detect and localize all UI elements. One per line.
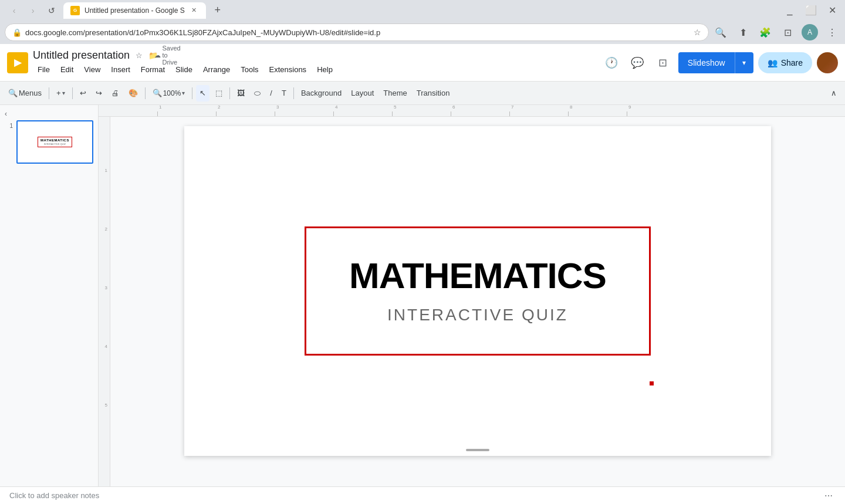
line-tool-button[interactable]: / [266, 85, 276, 102]
slide-item-1[interactable]: 1 MATHEMATICS INTERACTIVE QUIZ [5, 120, 93, 164]
slide-main-title: MATHEMATICS [349, 258, 606, 294]
frame-select-button[interactable]: ⬚ [212, 85, 226, 102]
search-icon-small: 🔍 [8, 89, 18, 97]
slide-thumb-title: MATHEMATICS [40, 138, 69, 142]
menus-button[interactable]: 🔍 Menus [5, 85, 45, 102]
slide-content-box[interactable]: MATHEMATICS INTERACTIVE QUIZ [305, 226, 651, 356]
text-box-button[interactable]: T [278, 85, 290, 102]
zoom-control[interactable]: 🔍 100% ▾ [149, 85, 189, 102]
menu-insert[interactable]: Insert [106, 63, 135, 76]
app-title-row: Untitled presentation ☆ 📁 ☁ Saved to Dri… [33, 49, 337, 62]
toolbar: 🔍 Menus + ▾ ↩ ↪ 🖨 🎨 🔍 100% ▾ ↖ ⬚ 🖼 ⬭ / T… [0, 82, 845, 105]
redo-button[interactable]: ↪ [92, 85, 106, 102]
canvas-area[interactable]: 1 2 3 4 5 6 7 8 9 1 2 3 4 5 [99, 105, 845, 486]
extensions-icon[interactable]: 🧩 [757, 24, 773, 40]
slides-panel: ‹ 1 MATHEMATICS INTERACTIVE QUIZ [0, 105, 99, 486]
app-title-icons: ☆ 📁 ☁ Saved to Drive [133, 49, 173, 61]
menu-tools[interactable]: Tools [236, 63, 263, 76]
background-button[interactable]: Background [298, 85, 345, 102]
toolbar-separator-1 [49, 87, 49, 99]
toolbar-separator-3 [145, 87, 146, 99]
layout-button[interactable]: Layout [347, 85, 377, 102]
back-button[interactable]: ‹ [6, 2, 22, 19]
tab-title: Untitled presentation - Google S [84, 6, 185, 15]
slideshow-dropdown-button[interactable]: ▾ [735, 52, 753, 73]
scroll-indicator [466, 449, 489, 451]
browser-chrome: ‹ › ↺ G Untitled presentation - Google S… [0, 0, 845, 21]
collapse-panel-button[interactable]: ‹ [5, 110, 93, 118]
address-bar[interactable]: 🔒 docs.google.com/presentation/d/1oPmx3O… [5, 23, 709, 41]
url-text: docs.google.com/presentation/d/1oPmx3O6K… [25, 28, 380, 37]
notes-placeholder[interactable]: Click to add speaker notes [9, 491, 99, 500]
menu-file[interactable]: File [33, 63, 55, 76]
saved-to-drive-status: ☁ Saved to Drive [161, 49, 173, 61]
slide-thumb-content: MATHEMATICS INTERACTIVE QUIZ [38, 137, 72, 147]
collapse-toolbar-button[interactable]: ∧ [827, 85, 840, 102]
minimize-button[interactable]: ⎯ [782, 2, 798, 19]
browser-menu-button[interactable]: ⋮ [824, 24, 840, 40]
canvas-scroll-area[interactable]: 1 2 3 4 5 MATHEMATICS INTERACTIVE QUIZ [163, 117, 780, 486]
app-title[interactable]: Untitled presentation [33, 49, 130, 62]
comments-button[interactable]: 💬 [627, 52, 648, 73]
insert-button[interactable]: + ▾ [53, 85, 69, 102]
toolbar-separator-2 [72, 87, 73, 99]
star-icon[interactable]: ☆ [133, 49, 145, 61]
maximize-button[interactable]: ⬜ [803, 2, 819, 19]
tab-close-button[interactable]: ✕ [190, 6, 199, 15]
main-content: ‹ 1 MATHEMATICS INTERACTIVE QUIZ 1 2 3 4… [0, 105, 845, 486]
forward-button[interactable]: › [25, 2, 41, 19]
user-avatar[interactable] [817, 52, 838, 73]
menu-slide[interactable]: Slide [171, 63, 197, 76]
select-tool-button[interactable]: ↖ [196, 85, 209, 102]
slide-number: 1 [5, 120, 13, 129]
refresh-button[interactable]: ↺ [43, 2, 60, 19]
slide-canvas[interactable]: MATHEMATICS INTERACTIVE QUIZ [184, 126, 771, 456]
slideshow-button[interactable]: Slideshow [678, 52, 735, 73]
app-logo: ▶ [7, 52, 28, 73]
header-right: 🕐 💬 ⊡ Slideshow ▾ 👥 Share [601, 52, 838, 73]
paint-format-button[interactable]: 🎨 [125, 85, 141, 102]
image-insert-button[interactable]: 🖼 [234, 85, 248, 102]
menu-format[interactable]: Format [136, 63, 170, 76]
slide-canvas-area[interactable]: MATHEMATICS INTERACTIVE QUIZ [163, 117, 780, 486]
slide-thumbnail-1[interactable]: MATHEMATICS INTERACTIVE QUIZ [16, 120, 93, 164]
search-icon[interactable]: 🔍 [712, 24, 729, 40]
menu-help[interactable]: Help [312, 63, 337, 76]
share-page-icon[interactable]: ⬆ [735, 24, 751, 40]
tab-favicon: G [70, 6, 80, 15]
history-button[interactable]: 🕐 [601, 52, 622, 73]
transition-button[interactable]: Transition [413, 85, 454, 102]
slide-thumb-subtitle: INTERACTIVE QUIZ [44, 143, 66, 146]
toolbar-separator-4 [192, 87, 192, 99]
toolbar-separator-5 [229, 87, 230, 99]
slide-dot-element [650, 381, 654, 385]
notes-collapse-button[interactable]: ⋯ [822, 489, 836, 503]
print-button[interactable]: 🖨 [108, 85, 123, 102]
browser-toolbar-right: 🔍 ⬆ 🧩 ⊡ A ⋮ [712, 24, 840, 40]
browser-tab[interactable]: G Untitled presentation - Google S ✕ [63, 2, 206, 19]
undo-button[interactable]: ↩ [76, 85, 90, 102]
app-header: ▶ Untitled presentation ☆ 📁 ☁ Saved to D… [0, 44, 845, 82]
toolbar-separator-6 [293, 87, 294, 99]
theme-button[interactable]: Theme [380, 85, 410, 102]
new-tab-button[interactable]: + [209, 2, 226, 19]
profile-button[interactable]: A [802, 24, 818, 40]
lock-icon: 🔒 [12, 28, 22, 37]
ruler-horizontal: 1 2 3 4 5 6 7 8 9 [99, 105, 845, 117]
cast-icon[interactable]: ⊡ [779, 24, 796, 40]
menu-edit[interactable]: Edit [56, 63, 78, 76]
present-mode-button[interactable]: ⊡ [653, 52, 674, 73]
bookmark-icon[interactable]: ☆ [694, 28, 701, 37]
share-icon: 👥 [768, 58, 778, 67]
app-title-area: Untitled presentation ☆ 📁 ☁ Saved to Dri… [33, 49, 337, 76]
slideshow-button-group: Slideshow ▾ [678, 52, 753, 73]
menu-view[interactable]: View [79, 63, 105, 76]
menu-extensions[interactable]: Extensions [265, 63, 312, 76]
cloud-icon: ☁ [154, 52, 161, 59]
share-button[interactable]: 👥 Share [758, 52, 812, 73]
notes-area[interactable]: Click to add speaker notes ⋯ [0, 486, 845, 504]
menu-arrange[interactable]: Arrange [198, 63, 235, 76]
menu-bar: File Edit View Insert Format Slide Arran… [33, 63, 337, 76]
shape-insert-button[interactable]: ⬭ [251, 85, 264, 102]
close-window-button[interactable]: ✕ [824, 2, 840, 19]
